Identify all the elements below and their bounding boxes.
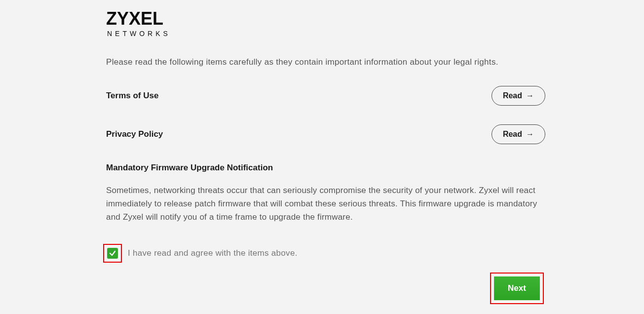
read-privacy-button[interactable]: Read → — [492, 124, 545, 144]
arrow-right-icon: → — [526, 130, 534, 138]
next-button-highlight: Next — [490, 273, 544, 304]
agree-row: I have read and agree with the items abo… — [106, 244, 545, 263]
arrow-right-icon: → — [526, 92, 534, 100]
terms-title: Terms of Use — [106, 91, 158, 101]
agree-checkbox-highlight — [103, 244, 122, 263]
logo-wordmark: ZYXEL — [106, 10, 545, 28]
logo-subtext: NETWORKS — [107, 30, 545, 38]
brand-logo: ZYXEL NETWORKS — [106, 10, 545, 38]
check-icon — [109, 250, 116, 257]
read-terms-button[interactable]: Read → — [492, 86, 545, 106]
terms-row: Terms of Use Read → — [106, 86, 545, 106]
agree-label: I have read and agree with the items abo… — [128, 248, 298, 258]
privacy-title: Privacy Policy — [106, 129, 163, 139]
agree-checkbox[interactable] — [107, 248, 118, 259]
firmware-body: Sometimes, networking threats occur that… — [106, 184, 545, 224]
firmware-heading: Mandatory Firmware Upgrade Notification — [106, 163, 545, 173]
read-terms-label: Read — [503, 91, 522, 100]
read-privacy-label: Read — [503, 130, 522, 139]
next-button[interactable]: Next — [494, 276, 540, 300]
intro-text: Please read the following items carefull… — [106, 57, 545, 67]
privacy-row: Privacy Policy Read → — [106, 124, 545, 144]
legal-page: ZYXEL NETWORKS Please read the following… — [106, 10, 545, 263]
